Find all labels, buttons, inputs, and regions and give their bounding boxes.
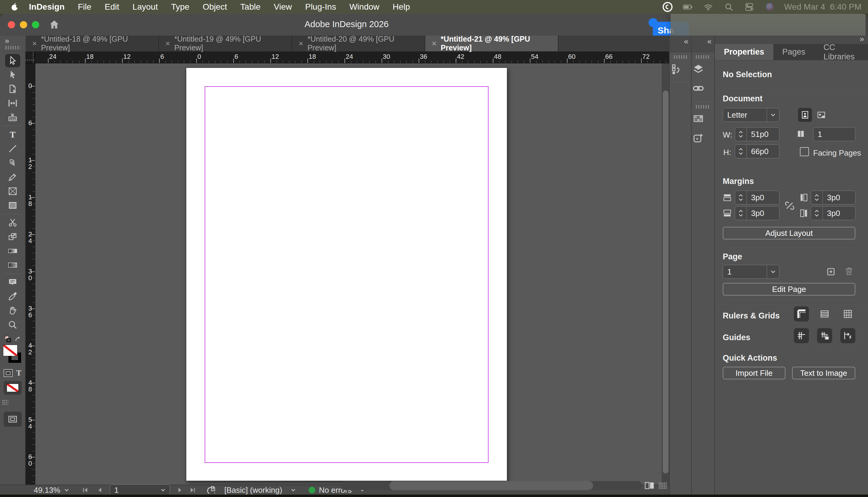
page-tool[interactable] xyxy=(5,82,20,96)
vertical-scrollbar-thumb[interactable] xyxy=(663,90,668,473)
facing-pages-checkbox[interactable] xyxy=(800,147,809,156)
margin-bottom-field[interactable]: 3p0 xyxy=(735,206,779,220)
status-page-field[interactable]: 1 xyxy=(110,484,170,495)
frame-tool[interactable] xyxy=(5,185,20,198)
hand-tool[interactable] xyxy=(5,304,20,317)
rectangle-tool[interactable] xyxy=(5,199,20,212)
previous-page-icon[interactable] xyxy=(96,486,104,494)
gradient-tool[interactable] xyxy=(5,244,20,258)
height-stepper[interactable] xyxy=(735,145,747,158)
page-size-dropdown[interactable]: Letter xyxy=(723,108,779,122)
menu-item-type[interactable]: Type xyxy=(171,2,190,12)
panel-tab-properties[interactable]: Properties xyxy=(715,44,774,60)
menu-item-view[interactable]: View xyxy=(274,2,292,12)
document-grid-button[interactable] xyxy=(840,307,855,322)
fill-box-none[interactable] xyxy=(3,345,17,356)
smart-guides-button[interactable] xyxy=(840,328,855,343)
pen-tool[interactable] xyxy=(5,156,20,170)
import-file-button[interactable]: Import File xyxy=(723,367,785,379)
preflight-preset[interactable]: [Basic] (working) xyxy=(224,485,282,495)
pencil-tool[interactable] xyxy=(5,170,20,184)
expand-toolbar-icon[interactable]: » xyxy=(5,36,8,45)
margin-left-stepper[interactable] xyxy=(811,191,823,204)
menu-app-name[interactable]: InDesign xyxy=(29,2,64,12)
document-tab[interactable]: ×*Untitled-20 @ 49% [GPU Preview] xyxy=(292,36,425,51)
delete-page-icon[interactable] xyxy=(844,266,854,276)
resize-grip-icon[interactable] xyxy=(659,482,667,489)
gradient-feather-tool[interactable] xyxy=(5,258,20,272)
document-tab[interactable]: ×*Untitled-21 @ 49% [GPU Preview] xyxy=(425,36,558,51)
margin-top-field[interactable]: 3p0 xyxy=(735,190,779,204)
mini-fill-stroke-icon[interactable] xyxy=(4,335,12,343)
search-icon[interactable] xyxy=(723,2,735,12)
document-page[interactable] xyxy=(186,68,507,481)
current-page-dropdown[interactable]: 1 xyxy=(723,265,779,279)
note-tool[interactable] xyxy=(5,276,20,289)
add-page-icon[interactable] xyxy=(826,267,836,277)
width-stepper[interactable] xyxy=(735,128,747,141)
edit-page-button[interactable]: Edit Page xyxy=(723,283,855,296)
collapse-panel-icon[interactable]: » xyxy=(860,34,863,44)
gap-tool[interactable] xyxy=(5,97,20,110)
tab-close-icon[interactable]: × xyxy=(32,39,37,48)
control-center-icon[interactable] xyxy=(743,2,755,12)
margin-left-field[interactable]: 3p0 xyxy=(811,190,855,204)
direct-selection-tool[interactable] xyxy=(5,68,20,82)
dock-grip-handle[interactable] xyxy=(696,55,710,59)
view-options-icon[interactable] xyxy=(0,398,11,407)
dock-grip-handle[interactable] xyxy=(674,55,687,59)
height-field[interactable]: 66p0 xyxy=(735,144,779,158)
collapse-dock-icon[interactable]: « xyxy=(684,37,688,46)
text-to-image-button[interactable]: Text to Image xyxy=(792,367,855,379)
zoom-level[interactable]: 49.13% xyxy=(34,485,60,495)
guides-button[interactable] xyxy=(794,328,809,343)
panel-tab-pages[interactable]: Pages xyxy=(774,44,815,60)
lock-guides-button[interactable] xyxy=(817,328,832,343)
history-icon[interactable] xyxy=(670,63,683,75)
width-field[interactable]: 51p0 xyxy=(735,127,779,141)
landscape-orientation-button[interactable] xyxy=(814,108,828,122)
panel-tab-cc-libraries[interactable]: CC Libraries xyxy=(814,44,868,60)
tab-close-icon[interactable]: × xyxy=(432,39,437,48)
menu-clock[interactable]: Wed Mar 4 6:40 PM xyxy=(784,2,862,12)
document-tab[interactable]: ×*Untitled-19 @ 49% [GPU Preview] xyxy=(159,36,292,51)
horizontal-ruler[interactable]: 2418126061218243036424854606672 xyxy=(26,52,669,63)
last-page-icon[interactable] xyxy=(189,486,196,494)
baseline-grid-button[interactable] xyxy=(817,307,832,322)
wifi-icon[interactable] xyxy=(702,2,714,12)
siri-icon[interactable] xyxy=(764,2,776,12)
zoom-tool[interactable] xyxy=(5,318,20,331)
ruler-corner-button[interactable] xyxy=(794,307,809,322)
cc-logo-icon[interactable] xyxy=(662,1,673,13)
tab-close-icon[interactable]: × xyxy=(165,39,170,48)
layers-icon[interactable] xyxy=(692,63,705,75)
next-page-icon[interactable] xyxy=(176,486,184,494)
chain-broken-icon[interactable] xyxy=(784,200,796,212)
ai-generate-icon[interactable] xyxy=(692,132,705,144)
scissors-tool[interactable] xyxy=(5,216,20,229)
menu-item-layout[interactable]: Layout xyxy=(133,2,158,12)
menu-item-table[interactable]: Table xyxy=(240,2,261,12)
first-page-icon[interactable] xyxy=(82,486,89,494)
menu-item-help[interactable]: Help xyxy=(393,2,410,12)
margin-bottom-stepper[interactable] xyxy=(735,207,747,220)
spread-view-icon[interactable] xyxy=(644,480,655,491)
menu-item-object[interactable]: Object xyxy=(203,2,227,12)
formatting-affects-container-icon[interactable] xyxy=(4,369,13,377)
vertical-ruler[interactable]: 061 21 82 43 03 64 24 85 46 0 xyxy=(26,63,35,486)
menu-item-file[interactable]: File xyxy=(78,2,91,12)
type-tool[interactable]: T xyxy=(5,128,20,141)
link-icon[interactable] xyxy=(692,82,705,95)
content-collector-tool[interactable] xyxy=(5,111,20,124)
eyedropper-tool[interactable] xyxy=(5,290,20,303)
screen-mode-button[interactable] xyxy=(4,412,22,427)
menu-item-edit[interactable]: Edit xyxy=(105,2,119,12)
margin-top-stepper[interactable] xyxy=(735,191,747,204)
adjust-layout-button[interactable]: Adjust Layout xyxy=(723,227,855,239)
fill-stroke-indicator[interactable] xyxy=(3,345,22,367)
line-tool[interactable] xyxy=(5,142,20,155)
formatting-affects-text-icon[interactable]: T xyxy=(16,369,21,378)
pages-count-field[interactable]: 1 xyxy=(813,127,855,141)
selection-tool[interactable] xyxy=(5,54,20,67)
swap-fill-stroke-icon[interactable] xyxy=(14,335,22,343)
